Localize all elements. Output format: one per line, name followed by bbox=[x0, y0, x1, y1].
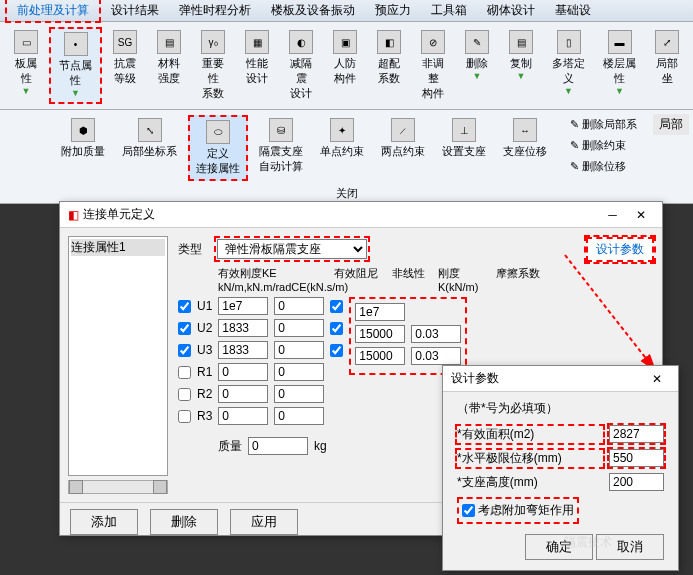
u2-check[interactable] bbox=[178, 322, 191, 335]
menu-floor[interactable]: 楼板及设备振动 bbox=[261, 0, 365, 21]
r2-check[interactable] bbox=[178, 388, 191, 401]
menu-design-result[interactable]: 设计结果 bbox=[101, 0, 169, 21]
params-title: 设计参数 bbox=[451, 370, 499, 387]
delete-button[interactable]: 删除 bbox=[150, 509, 218, 535]
local-icon: ⤢ bbox=[655, 30, 679, 54]
mass-input[interactable] bbox=[248, 437, 308, 455]
ribbon-seismic[interactable]: SG抗震 等级 bbox=[104, 27, 146, 104]
sub-single-constraint[interactable]: ✦单点约束 bbox=[314, 115, 370, 181]
isolation-icon: ◐ bbox=[289, 30, 313, 54]
design-params-button[interactable]: 设计参数 bbox=[586, 237, 654, 262]
required-note: （带*号为必填项） bbox=[449, 398, 672, 419]
delete-icon: ✎ bbox=[465, 30, 489, 54]
menu-masonry[interactable]: 砌体设计 bbox=[477, 0, 545, 21]
sub-del-localcs[interactable]: ✎删除局部系 bbox=[566, 115, 641, 134]
sub-define-link[interactable]: ⬭定义 连接属性 bbox=[188, 115, 248, 181]
link-icon: ⬭ bbox=[206, 120, 230, 144]
u2-k[interactable] bbox=[355, 325, 405, 343]
ribbon-local[interactable]: ⤢局部坐 bbox=[646, 27, 688, 104]
r3-check[interactable] bbox=[178, 410, 191, 423]
moment-checkbox[interactable] bbox=[462, 504, 475, 517]
moment-label: 考虑附加弯矩作用 bbox=[478, 503, 574, 517]
u3-k[interactable] bbox=[355, 347, 405, 365]
pen-icon: ✎ bbox=[570, 160, 579, 173]
u2-nl[interactable] bbox=[330, 322, 343, 335]
sub-support-disp[interactable]: ↔支座位移 bbox=[497, 115, 553, 181]
apply-button[interactable]: 应用 bbox=[230, 509, 298, 535]
u3-check[interactable] bbox=[178, 344, 191, 357]
area-input[interactable] bbox=[609, 425, 664, 443]
u3-nl[interactable] bbox=[330, 344, 343, 357]
row-label: U1 bbox=[197, 299, 212, 313]
nonadj-icon: ⊘ bbox=[421, 30, 445, 54]
sub-del-constraint[interactable]: ✎删除约束 bbox=[566, 136, 641, 155]
add-button[interactable]: 添加 bbox=[70, 509, 138, 535]
ribbon-defense[interactable]: ▣人防 构件 bbox=[324, 27, 366, 104]
defense-icon: ▣ bbox=[333, 30, 357, 54]
ribbon-delete[interactable]: ✎删除▼ bbox=[456, 27, 498, 104]
u2-ce[interactable] bbox=[274, 319, 324, 337]
menu-elastic[interactable]: 弹性时程分析 bbox=[169, 0, 261, 21]
u1-nl[interactable] bbox=[330, 300, 343, 313]
disp-label: *水平极限位移(mm) bbox=[457, 450, 603, 467]
scrollbar[interactable] bbox=[68, 480, 168, 494]
height-input[interactable] bbox=[609, 473, 664, 491]
ribbon-isolation[interactable]: ◐减隔震 设计 bbox=[280, 27, 322, 104]
localcs-icon: ⤡ bbox=[138, 118, 162, 142]
u1-check[interactable] bbox=[178, 300, 191, 313]
ribbon-overcfg[interactable]: ◧超配 系数 bbox=[368, 27, 410, 104]
list-item[interactable]: 连接属性1 bbox=[71, 239, 165, 256]
sub-two-constraint[interactable]: ⟋两点约束 bbox=[375, 115, 431, 181]
close-button[interactable]: ✕ bbox=[628, 208, 654, 222]
sub-isolator-auto[interactable]: ⛁隔震支座 自动计算 bbox=[253, 115, 309, 181]
sub-addmass[interactable]: ⬢附加质量 bbox=[55, 115, 111, 181]
u2-ke[interactable] bbox=[218, 319, 268, 337]
single-icon: ✦ bbox=[330, 118, 354, 142]
type-select[interactable]: 弹性滑板隔震支座 bbox=[217, 239, 367, 259]
pen-icon: ✎ bbox=[570, 118, 579, 131]
property-list[interactable]: 连接属性1 bbox=[68, 236, 168, 476]
u1-ce[interactable] bbox=[274, 297, 324, 315]
ribbon-material[interactable]: ▤材料 强度 bbox=[148, 27, 190, 104]
r2-ce[interactable] bbox=[274, 385, 324, 403]
r3-ke[interactable] bbox=[218, 407, 268, 425]
r1-ce[interactable] bbox=[274, 363, 324, 381]
menu-foundation[interactable]: 基础设 bbox=[545, 0, 601, 21]
sub-localcs[interactable]: ⤡局部坐标系 bbox=[116, 115, 183, 181]
u1-ke[interactable] bbox=[218, 297, 268, 315]
node-icon: • bbox=[64, 32, 88, 56]
ribbon-copy[interactable]: ▤复制▼ bbox=[500, 27, 542, 104]
sub-del-disp[interactable]: ✎删除位移 bbox=[566, 157, 641, 176]
ribbon-plate-prop[interactable]: ▭板属性▼ bbox=[5, 27, 47, 104]
r1-check[interactable] bbox=[178, 366, 191, 379]
overcfg-icon: ◧ bbox=[377, 30, 401, 54]
u3-ke[interactable] bbox=[218, 341, 268, 359]
u3-fc[interactable] bbox=[411, 347, 461, 365]
support-icon: ⊥ bbox=[452, 118, 476, 142]
ribbon-tower[interactable]: ▯多塔定义▼ bbox=[544, 27, 593, 104]
menu-prestress[interactable]: 预应力 bbox=[365, 0, 421, 21]
r3-ce[interactable] bbox=[274, 407, 324, 425]
u1-k[interactable] bbox=[355, 303, 405, 321]
ribbon-floor-prop[interactable]: ▬楼层属性▼ bbox=[595, 27, 644, 104]
u3-ce[interactable] bbox=[274, 341, 324, 359]
sub-close[interactable]: 关闭 bbox=[336, 186, 358, 201]
mass-label: 质量 bbox=[218, 438, 242, 455]
ribbon-importance[interactable]: γ₀重要性 系数 bbox=[192, 27, 234, 104]
u2-fc[interactable] bbox=[411, 325, 461, 343]
ribbon-nonadj[interactable]: ⊘非调整 构件 bbox=[412, 27, 454, 104]
ribbon: ▭板属性▼ •节点属性▼ SG抗震 等级 ▤材料 强度 γ₀重要性 系数 ▦性能… bbox=[0, 22, 693, 110]
menu-bar: 前处理及计算 设计结果 弹性时程分析 楼板及设备振动 预应力 工具箱 砌体设计 … bbox=[0, 0, 693, 22]
menu-preprocess[interactable]: 前处理及计算 bbox=[5, 0, 101, 23]
ribbon-node-prop[interactable]: •节点属性▼ bbox=[49, 27, 102, 104]
disp-input[interactable] bbox=[609, 449, 664, 467]
minimize-button[interactable]: ─ bbox=[600, 208, 625, 222]
r1-ke[interactable] bbox=[218, 363, 268, 381]
sub-local-side[interactable]: 局部 bbox=[653, 114, 689, 135]
sub-set-support[interactable]: ⊥设置支座 bbox=[436, 115, 492, 181]
menu-toolbox[interactable]: 工具箱 bbox=[421, 0, 477, 21]
watermark: 隔震技术 bbox=[564, 534, 612, 551]
params-close-button[interactable]: ✕ bbox=[644, 372, 670, 386]
ribbon-performance[interactable]: ▦性能 设计 bbox=[236, 27, 278, 104]
r2-ke[interactable] bbox=[218, 385, 268, 403]
